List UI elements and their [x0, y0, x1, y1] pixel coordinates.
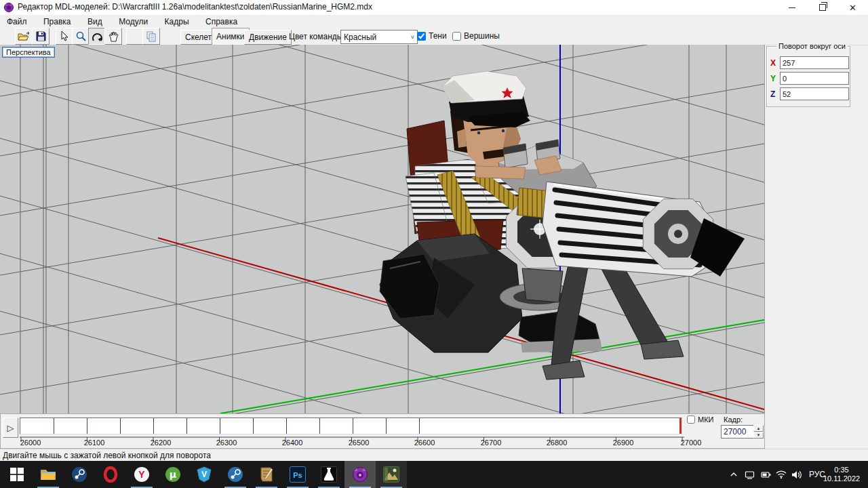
- shadows-row: Тени: [417, 31, 447, 41]
- rotate-tool-button[interactable]: [88, 28, 106, 45]
- keyframe-divider: [319, 418, 320, 434]
- open-folder-icon: [18, 32, 30, 41]
- menu-view[interactable]: Вид: [81, 16, 109, 28]
- yandex-browser-button[interactable]: Y: [126, 461, 157, 488]
- shadows-checkbox[interactable]: [417, 32, 426, 41]
- mdl-editor-button[interactable]: [344, 461, 376, 488]
- mdl-editor-icon: [352, 466, 368, 483]
- utorrent-button[interactable]: µ: [157, 461, 189, 488]
- team-color-dropdown[interactable]: Красный ˅: [340, 30, 418, 44]
- close-button[interactable]: ✕: [837, 0, 868, 15]
- menu-edit[interactable]: Правка: [37, 16, 78, 28]
- wifi-icon: [776, 470, 787, 479]
- file-explorer-icon: [40, 468, 56, 481]
- tick-label: 27000: [681, 439, 702, 447]
- restore-icon: [819, 4, 826, 11]
- save-button[interactable]: [32, 28, 50, 45]
- menu-bar: Файл Правка Вид Модули Кадры Справка: [0, 15, 868, 27]
- keyframe-divider: [286, 418, 287, 434]
- steam-2-button[interactable]: [220, 461, 251, 488]
- zoom-tool-button[interactable]: [72, 28, 90, 45]
- keyframe-divider: [419, 418, 420, 434]
- y-axis-label: Y: [770, 74, 776, 83]
- keyframe-divider: [153, 418, 154, 434]
- rotate-icon: [92, 31, 103, 42]
- movement-button[interactable]: Движение: [244, 30, 292, 45]
- spin-down-button[interactable]: ▼: [753, 432, 764, 439]
- svg-text:Ps: Ps: [293, 471, 302, 479]
- y-rotation-input[interactable]: [780, 72, 849, 85]
- vpn-shield-button[interactable]: V: [189, 461, 220, 488]
- tray-time: 0:35: [834, 466, 848, 474]
- scroll-app-button[interactable]: [251, 461, 282, 488]
- copy-button[interactable]: [142, 28, 160, 45]
- timeline-track[interactable]: [20, 418, 682, 434]
- copy-icon: [146, 31, 156, 42]
- perspective-viewport[interactable]: Перспектива: [0, 45, 765, 413]
- steam-button[interactable]: [64, 461, 95, 488]
- play-button[interactable]: ▷: [3, 418, 18, 438]
- frame-spinner: ▲ ▼: [753, 425, 764, 439]
- flask-app-button[interactable]: [313, 461, 344, 488]
- timeline-panel: ▷ 26000: [0, 413, 765, 449]
- minimize-button[interactable]: [776, 0, 807, 15]
- menu-modules[interactable]: Модули: [112, 16, 155, 28]
- tick-label: 26900: [613, 439, 634, 447]
- start-button[interactable]: [1, 461, 33, 488]
- x-axis-label: X: [770, 58, 776, 68]
- perspective-mode-button[interactable]: Перспектива: [2, 47, 55, 58]
- tray-cast-button[interactable]: [742, 461, 757, 488]
- vpn-shield-icon: V: [197, 466, 212, 483]
- window-title: Редактор MDL-моделей: D:\WarcraftIII 1.2…: [18, 2, 372, 12]
- tick-label: 26800: [547, 439, 568, 447]
- tray-expand-button[interactable]: [727, 461, 741, 488]
- mki-row: МКИ: [687, 415, 713, 424]
- team-color-label: Цвет команды:: [289, 32, 345, 41]
- z-rotation-input[interactable]: [780, 87, 849, 100]
- svg-text:µ: µ: [170, 469, 176, 480]
- tick-label: 26100: [84, 439, 105, 447]
- x-rotation-input[interactable]: [780, 56, 849, 69]
- restore-button[interactable]: [807, 0, 837, 15]
- close-icon: ✕: [849, 3, 856, 12]
- tick-label: 26200: [151, 439, 172, 447]
- vertices-row: Вершины: [452, 31, 500, 41]
- tray-battery-button[interactable]: [758, 461, 773, 488]
- spin-up-button[interactable]: ▲: [753, 425, 764, 432]
- vertices-checkbox[interactable]: [452, 32, 461, 41]
- toolbar: Скелет Анимки Движение Цвет команды: Кра…: [0, 27, 868, 45]
- hand-icon: [108, 31, 119, 42]
- select-tool-button[interactable]: [56, 28, 73, 45]
- image-app-button[interactable]: [376, 461, 407, 488]
- keyframe-divider: [220, 418, 220, 434]
- tray-wifi-button[interactable]: [774, 461, 789, 488]
- mki-label: МКИ: [698, 415, 713, 424]
- frame-input[interactable]: [721, 425, 755, 439]
- app-icon[interactable]: [4, 3, 14, 12]
- rotation-panel: Поворот вокруг оси X Y Z: [766, 46, 850, 107]
- tray-volume-button[interactable]: [789, 461, 805, 488]
- keyframe-divider: [54, 418, 54, 434]
- tick-label: 26700: [481, 439, 502, 447]
- scroll-quill-icon: [258, 466, 275, 483]
- photoshop-button[interactable]: Ps: [282, 461, 313, 488]
- yandex-browser-icon: Y: [134, 466, 150, 483]
- menu-frames[interactable]: Кадры: [158, 16, 196, 28]
- chevron-up-icon: [730, 471, 738, 478]
- flask-icon: [321, 466, 337, 483]
- pan-tool-button[interactable]: [104, 28, 122, 45]
- tray-clock[interactable]: 0:35 10.11.2022: [818, 461, 865, 488]
- mki-checkbox[interactable]: [687, 415, 695, 424]
- viewport-canvas: [0, 45, 764, 413]
- image-app-icon: [383, 466, 399, 483]
- menu-help[interactable]: Справка: [199, 16, 244, 28]
- blank-tool-button[interactable]: [126, 28, 144, 45]
- axis-z-row: Z: [767, 87, 850, 100]
- open-button[interactable]: [15, 28, 33, 45]
- file-explorer-button[interactable]: [33, 461, 64, 488]
- keyframe-divider: [120, 418, 121, 434]
- opera-button[interactable]: [95, 461, 126, 488]
- z-axis-label: Z: [770, 89, 775, 99]
- keyframe-divider: [87, 418, 87, 434]
- menu-file[interactable]: Файл: [0, 16, 34, 28]
